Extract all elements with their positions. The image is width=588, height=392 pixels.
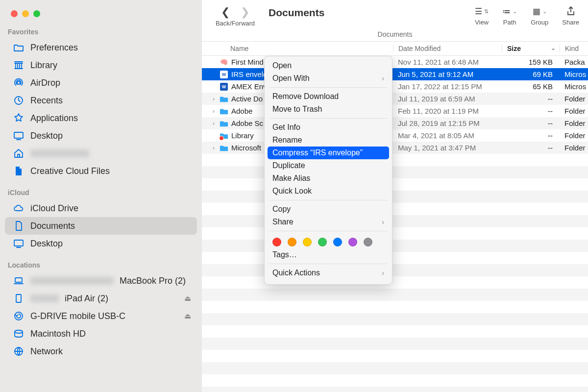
sidebar-item-desktop[interactable]: Desktop <box>5 127 197 145</box>
file-kind: Folder <box>560 107 588 115</box>
eject-icon[interactable]: ⏏ <box>184 312 191 320</box>
ctx-compress[interactable]: Compress “IRS envelope” <box>268 147 389 159</box>
sidebar-item-documents[interactable]: Documents <box>5 217 197 235</box>
desktop-icon <box>13 238 24 249</box>
redacted-label <box>30 149 89 157</box>
chevron-right-icon: › <box>382 269 384 277</box>
disclosure-triangle[interactable]: › <box>211 145 217 151</box>
sidebar-item-label: Network <box>30 346 63 357</box>
ctx-share[interactable]: Share› <box>265 216 392 228</box>
sidebar-item-macbook-pro-2-[interactable]: MacBook Pro (2) <box>5 272 197 290</box>
zoom-window-button[interactable] <box>33 10 40 17</box>
svg-point-7 <box>15 330 23 333</box>
laptop-icon <box>13 275 24 286</box>
sidebar-item-label: Recents <box>30 96 63 106</box>
file-name: Adobe <box>231 107 252 115</box>
eject-icon[interactable]: ⏏ <box>184 294 191 303</box>
ctx-remove-download[interactable]: Remove Download <box>265 90 392 103</box>
ctx-open-with[interactable]: Open With› <box>265 72 392 85</box>
sidebar: Favorites PreferencesLibraryAirDropRecen… <box>0 0 202 392</box>
ctx-open[interactable]: Open <box>265 59 392 72</box>
sidebar-item-icloud-drive[interactable]: iCloud Drive <box>5 199 197 217</box>
ctx-quick-look[interactable]: Quick Look <box>265 185 392 197</box>
file-icon <box>220 119 228 128</box>
table-row[interactable]: ›Active DoJul 11, 2019 at 6:59 AM--Folde… <box>202 93 588 105</box>
sidebar-item-g-drive-mobile-usb-c[interactable]: G-DRIVE mobile USB-C⏏ <box>5 307 197 325</box>
file-date: Jul 11, 2019 at 6:59 AM <box>393 95 502 103</box>
ctx-tags[interactable]: Tags… <box>265 248 392 261</box>
view-button[interactable]: ☰⇅ View <box>475 6 489 26</box>
sidebar-item-airdrop[interactable]: AirDrop <box>5 74 197 92</box>
svg-point-6 <box>15 312 23 320</box>
sort-indicator-icon: ⌄ <box>551 45 556 51</box>
redacted-label <box>30 277 114 285</box>
minimize-window-button[interactable] <box>22 10 29 17</box>
sidebar-item-home[interactable] <box>5 145 197 162</box>
sidebar-item-macintosh-hd[interactable]: Macintosh HD <box>5 325 197 343</box>
nav-cluster: ❮ ❯ Back/Forward <box>211 6 260 27</box>
file-icon <box>220 95 228 103</box>
sidebar-item-preferences[interactable]: Preferences <box>5 39 197 56</box>
header-date[interactable]: Date Modified <box>393 45 502 52</box>
document-icon <box>13 220 24 231</box>
table-row[interactable]: ›MicrosoftMay 1, 2021 at 3:47 PM--Folder <box>202 142 588 154</box>
disclosure-triangle[interactable]: › <box>211 120 217 127</box>
ctx-rename[interactable]: Rename <box>265 134 392 147</box>
tag-color-dot[interactable] <box>272 238 281 246</box>
redacted-label <box>30 294 59 302</box>
sidebar-item-ipad-air-2-[interactable]: iPad Air (2)⏏ <box>5 290 197 307</box>
tag-color-dot[interactable] <box>364 238 372 246</box>
header-kind[interactable]: Kind <box>560 45 588 52</box>
ctx-move-to-trash[interactable]: Move to Trash <box>265 103 392 116</box>
cloud-icon <box>13 203 24 214</box>
path-button[interactable]: ≔⌄ Path <box>502 6 517 26</box>
table-row[interactable]: WIRS enveloJun 5, 2021 at 9:12 AM69 KBMi… <box>202 68 588 80</box>
table-row[interactable]: ›Adobe ScJul 28, 2019 at 12:15 PM--Folde… <box>202 117 588 129</box>
file-icon <box>220 144 228 152</box>
back-button[interactable]: ❮ <box>221 6 230 19</box>
main-pane: ❮ ❯ Back/Forward Documents ☰⇅ View ≔⌄ Pa… <box>202 0 588 392</box>
ctx-get-info[interactable]: Get Info <box>265 121 392 134</box>
disclosure-triangle[interactable]: › <box>211 108 217 115</box>
file-date: Jan 17, 2022 at 12:15 PM <box>393 82 502 91</box>
file-size: -- <box>502 131 560 140</box>
chevron-down-icon: ⌄ <box>513 8 517 15</box>
share-button[interactable]: Share <box>562 6 579 26</box>
chevron-down-icon: ⌄ <box>542 8 547 15</box>
tag-color-dot[interactable] <box>288 238 296 246</box>
svg-rect-4 <box>15 278 22 282</box>
sidebar-item-desktop[interactable]: Desktop <box>5 235 197 252</box>
table-row[interactable]: ›AdobeFeb 11, 2020 at 1:19 PM--Folder <box>202 105 588 117</box>
tag-color-dot[interactable] <box>348 238 357 246</box>
tag-color-dot[interactable] <box>303 238 312 246</box>
file-kind: Micros <box>560 82 588 91</box>
header-size[interactable]: Size⌄ <box>502 45 560 52</box>
folder-icon <box>13 42 24 53</box>
ctx-quick-actions[interactable]: Quick Actions› <box>265 267 392 279</box>
close-window-button[interactable] <box>11 10 18 17</box>
disclosure-triangle[interactable]: › <box>211 96 217 102</box>
table-row[interactable]: 🧠First Mind Map testNov 11, 2021 at 6:48… <box>202 56 588 68</box>
file-kind: Folder <box>560 144 588 152</box>
sidebar-item-network[interactable]: Network <box>5 343 197 360</box>
header-name[interactable]: Name <box>202 45 393 52</box>
airdrop-icon <box>13 77 24 88</box>
file-date: Feb 11, 2020 at 1:19 PM <box>393 107 502 115</box>
table-row[interactable]: WAMEX EnvJan 17, 2022 at 12:15 PM65 KBMi… <box>202 80 588 93</box>
group-button[interactable]: ▦⌄ Group <box>531 6 548 26</box>
word-doc-icon: W <box>220 71 228 78</box>
tag-color-dot[interactable] <box>318 238 327 246</box>
ctx-copy[interactable]: Copy <box>265 203 392 216</box>
sidebar-item-creative-cloud-files[interactable]: Creative Cloud Files <box>5 162 197 180</box>
ctx-duplicate[interactable]: Duplicate <box>265 159 392 172</box>
file-icon: W <box>220 82 228 91</box>
sidebar-item-library[interactable]: Library <box>5 56 197 74</box>
sidebar-item-recents[interactable]: Recents <box>5 92 197 109</box>
forward-button[interactable]: ❯ <box>241 6 249 19</box>
table-row[interactable]: LibraryMar 4, 2021 at 8:05 AM--Folder <box>202 129 588 142</box>
tag-color-dot[interactable] <box>333 238 342 246</box>
ctx-make-alias[interactable]: Make Alias <box>265 172 392 185</box>
sidebar-item-applications[interactable]: Applications <box>5 109 197 127</box>
path-bar[interactable]: Documents <box>202 29 588 41</box>
file-icon: 🧠 <box>220 58 228 67</box>
